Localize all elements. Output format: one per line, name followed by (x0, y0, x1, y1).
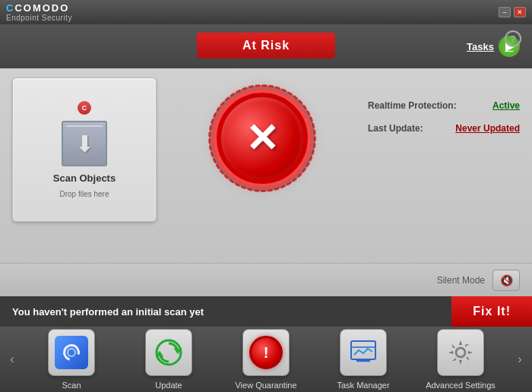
nav-item-scan[interactable]: Scan (33, 329, 109, 390)
nav-items: Scan Update ! (23, 329, 509, 390)
nav-item-settings[interactable]: Advanced Settings (423, 329, 499, 390)
alert-bar: You haven't performed an initial scan ye… (0, 296, 532, 327)
last-update-row: Last Update: Never Updated (368, 123, 520, 134)
center-area: ✕ (169, 77, 356, 287)
window-controls: – ✕ (499, 7, 526, 17)
silent-mode-bar: Silent Mode 🔇 (0, 263, 532, 296)
help-button[interactable]: ? (505, 30, 521, 47)
scan-label: Scan (62, 381, 81, 390)
taskmanager-icon-wrap (340, 329, 387, 376)
comodo-circle-icon: C (78, 101, 91, 115)
comodo-logo: CCOMODO Endpoint Security (6, 2, 72, 22)
quarantine-icon: ! (249, 336, 283, 369)
x-mark-icon: ✕ (245, 119, 279, 158)
quarantine-icon-wrap: ! (242, 329, 290, 376)
settings-icon (444, 336, 477, 369)
scan-objects-panel[interactable]: C ⬇ Scan Objects Drop files here (12, 77, 157, 222)
main-content: C ⬇ Scan Objects Drop files here ✕ Realt… (0, 68, 532, 296)
scan-objects-subtitle: Drop files here (59, 190, 109, 198)
status-panel: Realtime Protection: Active Last Update:… (368, 77, 520, 287)
title-bar-left: CCOMODO Endpoint Security (6, 2, 72, 22)
update-label: Last Update: (368, 123, 423, 134)
svg-rect-1 (351, 341, 375, 359)
quarantine-label: View Quarantine (235, 381, 296, 390)
realtime-label: Realtime Protection: (368, 100, 457, 111)
scan-object-icon: ⬇ (62, 121, 107, 166)
title-bar: CCOMODO Endpoint Security – ✕ (0, 0, 532, 24)
header: At Risk Tasks ▶ ? (0, 24, 532, 68)
update-value[interactable]: Never Updated (455, 123, 520, 134)
update-label: Update (155, 381, 182, 390)
update-icon (152, 336, 185, 369)
close-button[interactable]: ✕ (514, 7, 526, 17)
taskmanager-icon (347, 336, 380, 369)
nav-item-quarantine[interactable]: ! View Quarantine (228, 329, 304, 390)
silent-mode-button[interactable]: 🔇 (492, 270, 520, 291)
nav-left-arrow[interactable]: ‹ (3, 337, 21, 382)
realtime-protection-row: Realtime Protection: Active (368, 100, 520, 111)
taskmanager-label: Task Manager (337, 381, 389, 390)
settings-label: Advanced Settings (426, 381, 496, 390)
nav-item-taskmanager[interactable]: Task Manager (325, 329, 401, 390)
nav-item-update[interactable]: Update (131, 329, 207, 390)
minimize-button[interactable]: – (499, 7, 511, 17)
scan-objects-title: Scan Objects (53, 172, 116, 184)
svg-point-4 (456, 348, 465, 357)
alert-message: You haven't performed an initial scan ye… (12, 306, 204, 318)
status-badge: At Risk (197, 33, 335, 58)
realtime-value[interactable]: Active (492, 100, 520, 111)
speaker-mute-icon: 🔇 (500, 274, 513, 286)
scan-icon (55, 336, 88, 369)
bottom-nav: ‹ Scan (0, 327, 532, 392)
fix-it-button[interactable]: Fix It! (451, 296, 532, 327)
update-icon-wrap (145, 329, 192, 376)
scan-icon-wrap (48, 329, 95, 376)
app-subtitle: Endpoint Security (6, 14, 72, 22)
settings-icon-wrap (437, 329, 484, 376)
danger-status-button[interactable]: ✕ (217, 93, 308, 184)
silent-mode-label: Silent Mode (437, 275, 485, 286)
nav-right-arrow[interactable]: › (511, 337, 529, 382)
download-icon: ⬇ (75, 131, 94, 157)
